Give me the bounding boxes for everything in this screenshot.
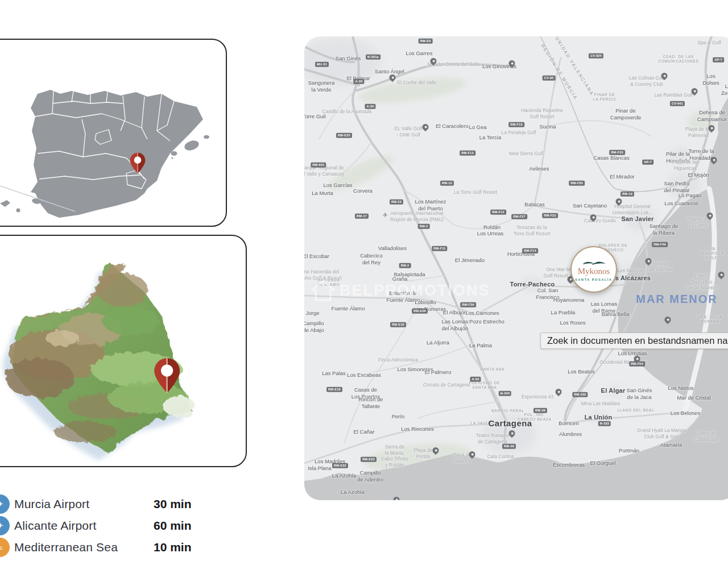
road-badge: RM-17 xyxy=(355,214,369,219)
road-badge: RM-E9 xyxy=(419,39,433,44)
map-label: URB. VENEZIOLA GOLF xyxy=(699,247,724,260)
road-badge: RM-F10 xyxy=(508,122,524,127)
map-label: CDAD. DE LAS COMUNICACIONES xyxy=(658,55,699,64)
road-badge: RM-E25 xyxy=(336,133,352,138)
legend-label: Mediterranean Sea xyxy=(14,541,118,554)
spain-map-graphic xyxy=(0,40,226,226)
road-badge: RM-332 xyxy=(572,392,588,397)
poi-pin-icon xyxy=(554,388,563,397)
road-badge: RM-F36 xyxy=(460,302,476,307)
map-label: San Javier xyxy=(621,215,653,223)
map-label: BARRIO PERAL xyxy=(491,409,524,413)
murcia-relief-card xyxy=(0,235,247,467)
road-badge: RM-F14 xyxy=(522,248,538,253)
poi-pin-icon xyxy=(644,257,653,266)
legend-row-mediterranean-sea: ≈ Mediterranean Sea 10 min xyxy=(0,537,239,558)
map-label: EL Valle Golf - GNK Golf xyxy=(395,126,423,138)
map-label: REGIÓN DE MURCIA xyxy=(540,43,579,101)
road-badge: RM-E16 xyxy=(390,322,406,327)
distance-legend: ✈ Murcia Airport 30 min ✈ Alicante Airpo… xyxy=(0,493,239,558)
map-label: Circuito de Cartagena xyxy=(423,382,470,388)
search-tooltip: Zoek in documenten en bestandsnamen naar… xyxy=(540,332,728,349)
road-badge: RM-F33 xyxy=(609,150,625,155)
legend-label: Alicante Airport xyxy=(14,519,96,533)
map-label: Spa & Golf xyxy=(697,40,721,46)
map-label: Los Martínez del Puerto xyxy=(415,198,446,212)
map-label: El Caracolero xyxy=(436,123,469,130)
murcia-relief-graphic xyxy=(0,236,246,466)
map-label: San Cayetano xyxy=(573,202,607,209)
marker-brand-name: Mykonos xyxy=(578,267,610,276)
poi-pin-icon xyxy=(705,211,714,221)
page-root: ✈ Murcia Airport 30 min ✈ Alicante Airpo… xyxy=(0,0,728,582)
map-label: Lo Jorge xyxy=(304,310,319,317)
map-label: La Aljorra xyxy=(427,339,449,346)
map-label: Col. San Francisco xyxy=(536,287,559,301)
poi-pin-icon xyxy=(589,213,598,222)
map-label: Pozo Estrecho xyxy=(469,318,504,325)
map-label: Sangonera la Verde xyxy=(308,80,334,93)
map-label: Playa de las Higuericas xyxy=(672,159,698,171)
map-label: Borricen xyxy=(559,420,578,427)
road-badge: RM-E23 xyxy=(361,457,377,462)
map-label: Cabecico del Rey xyxy=(360,252,383,266)
poi-pin-icon xyxy=(717,271,726,280)
legend-label: Murcia Airport xyxy=(14,497,89,511)
map-label: Mar de Cristal xyxy=(677,394,710,401)
map-label: Graña xyxy=(392,276,407,282)
map-label: Las Lomas del Albujón xyxy=(442,318,468,332)
map-label: Los Roses xyxy=(560,319,586,326)
road-badge: CV-95 xyxy=(543,76,556,81)
waves-logo-icon xyxy=(581,258,606,266)
road-badge: RM-E22 xyxy=(332,463,348,468)
map-label: Pilar de la Horadada xyxy=(666,151,690,164)
spain-map-card xyxy=(0,39,227,227)
map-label: Balsicas xyxy=(524,201,544,208)
road-badge: AP-7 xyxy=(642,160,653,165)
map-label: Sierra de la Muela, Cabo Tiñoso y Roldán xyxy=(381,444,408,468)
map-label: Avileses xyxy=(529,165,549,172)
poi-pin-icon xyxy=(507,429,516,438)
map-label: Los Dolses xyxy=(698,73,724,86)
map-label: La Tercia xyxy=(479,134,501,141)
road-badge: RM-36 xyxy=(533,408,547,413)
road-badge: N-301a xyxy=(366,55,380,60)
map-label: Terrazas de la Torre Golf Resort xyxy=(514,225,551,236)
map-label: La Palma xyxy=(469,342,492,349)
map-label: Las Palas xyxy=(322,370,346,377)
map-label: Estación de Fuente Álamo xyxy=(386,290,420,304)
mykonos-marker[interactable]: Mykonos SANTA ROSALÍA xyxy=(570,246,617,293)
map-label: Santo Ángel xyxy=(375,68,404,75)
area-map[interactable]: San GinésLos GarresSanto ÁngelEl PalmarS… xyxy=(304,36,728,500)
map-label: La Azohía xyxy=(332,472,356,479)
road-badge: RM-F27 xyxy=(511,214,527,219)
map-label: Corvera xyxy=(353,188,373,194)
map-label: Los Rincones xyxy=(401,426,434,433)
map-label: COMUNIDAD VALENCIANA xyxy=(546,36,595,97)
road-badge: RM-23 xyxy=(390,199,403,205)
road-badge: RM-F30 xyxy=(569,181,585,186)
map-label: Escombreras xyxy=(553,462,585,468)
road-badge: RM-2 xyxy=(418,224,430,229)
map-label: Dehesa de Campoamor xyxy=(697,109,727,123)
road-badge: RM-19 xyxy=(621,192,634,197)
poi-pin-icon xyxy=(392,496,401,500)
poi-pin-icon xyxy=(431,446,440,455)
map-label: Los Belones xyxy=(671,410,700,417)
road-badge: RM-E26 xyxy=(412,309,428,314)
map-label: Atamaría xyxy=(660,442,682,448)
map-label: El Coche del Valle xyxy=(398,80,437,86)
map-label: POL. IND. CABEZO BEAZA xyxy=(518,413,551,422)
map-label-layer: San GinésLos GarresSanto ÁngelEl PalmarS… xyxy=(304,36,728,500)
map-label: Castillo de la Asomada xyxy=(322,109,371,115)
map-label: Campillo de Adentro xyxy=(357,469,383,483)
map-label: POLÍGONO DE SANTA ANA xyxy=(469,381,500,390)
map-label: Playas de La Llana xyxy=(687,216,708,228)
map-label: San Pedro del Pinatar xyxy=(664,180,689,194)
map-label: Rincón de Tallante xyxy=(359,396,383,410)
map-label: La Zenia xyxy=(721,83,728,97)
road-badge: RM-E18 xyxy=(326,387,342,392)
map-label: Cala Cortina xyxy=(487,454,514,460)
map-label: San Ginés de la Jaca xyxy=(627,387,652,401)
legend-row-alicante-airport: ✈ Alicante Airport 60 min xyxy=(0,515,239,537)
